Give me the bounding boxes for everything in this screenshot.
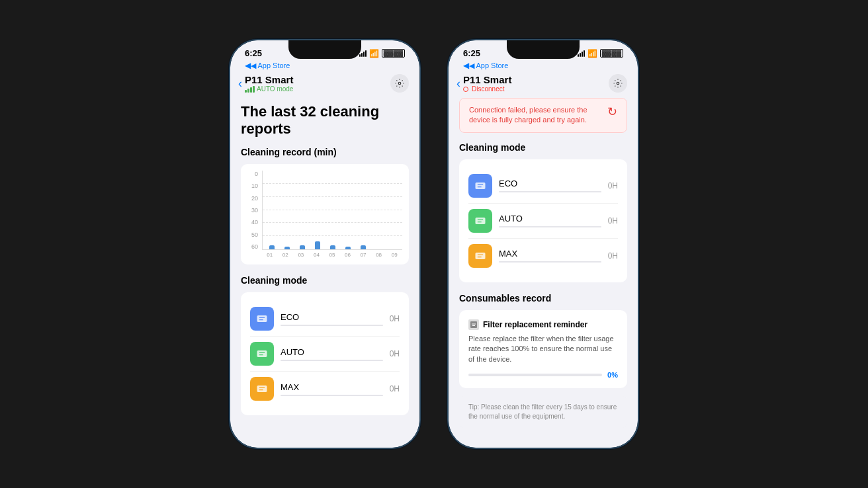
back-button-1[interactable]: ‹ bbox=[238, 77, 242, 89]
mode-auto-1: AUTO 0H bbox=[250, 337, 400, 372]
phone-2: 6:25 📶 ▓▓▓▓ ◀ ◀ App bbox=[447, 39, 639, 449]
nav-title-1: P11 Smart bbox=[245, 74, 293, 85]
page-title-1: The last 32 cleaning reports bbox=[241, 103, 409, 138]
nav-subtitle-text-2: Disconnect bbox=[472, 85, 504, 93]
bars-container-1 bbox=[263, 171, 402, 249]
mode-name-auto-1: AUTO bbox=[281, 347, 383, 357]
mode-max-2: MAX 0H bbox=[468, 239, 618, 273]
chart-section-1: Cleaning record (min) 60 50 40 30 20 10 bbox=[241, 147, 409, 264]
auto-mode-icon bbox=[245, 86, 255, 93]
svg-rect-1 bbox=[257, 315, 267, 322]
mode-progress-auto-2 bbox=[499, 226, 601, 227]
svg-rect-17 bbox=[476, 253, 486, 259]
nav-title-2: P11 Smart bbox=[463, 74, 511, 85]
bar-5 bbox=[330, 245, 335, 249]
status-bar-1: 6:25 📶 ▓▓▓▓ bbox=[230, 40, 419, 61]
app-store-link-2[interactable]: ◀ ◀ App Store bbox=[449, 61, 638, 70]
eco-icon-1 bbox=[255, 312, 269, 325]
signal-icon-2 bbox=[578, 50, 585, 57]
mode-progress-max-1 bbox=[281, 395, 383, 396]
mode-max-1: MAX 0H bbox=[250, 372, 400, 406]
settings-button-1[interactable] bbox=[390, 74, 409, 93]
nav-left-2: ‹ P11 Smart Disconnect bbox=[456, 74, 511, 93]
filter-icon bbox=[468, 319, 479, 330]
svg-rect-14 bbox=[476, 218, 486, 224]
mode-name-eco-1: ECO bbox=[281, 312, 383, 322]
eco-icon-2 bbox=[474, 179, 487, 192]
svg-point-10 bbox=[617, 82, 619, 85]
svg-rect-20 bbox=[470, 321, 477, 328]
max-icon-1 bbox=[255, 382, 269, 395]
cleaning-mode-title-2: Cleaning mode bbox=[459, 142, 627, 153]
filter-reminder: Filter replacement reminder bbox=[468, 319, 618, 330]
chart-container-1: 60 50 40 30 20 10 0 bbox=[241, 164, 409, 264]
filter-percent: 0% bbox=[607, 371, 618, 379]
phones-container: 6:25 📶 ▓▓▓▓ ◀ ◀ App bbox=[229, 39, 639, 449]
chart-area-1: 60 50 40 30 20 10 0 bbox=[247, 171, 402, 250]
mode-eco-1: ECO 0H bbox=[250, 302, 400, 337]
nav-subtitle-1: AUTO mode bbox=[245, 85, 293, 93]
disconnect-icon bbox=[463, 87, 468, 92]
status-icons-2: 📶 ▓▓▓▓ bbox=[578, 49, 623, 58]
filter-progress-container: 0% bbox=[468, 371, 618, 379]
nav-subtitle-text-1: AUTO mode bbox=[257, 85, 293, 93]
mode-info-max-2: MAX bbox=[499, 249, 601, 263]
mode-info-eco-1: ECO bbox=[281, 312, 383, 326]
nav-title-block-1: P11 Smart AUTO mode bbox=[245, 74, 293, 93]
wifi-icon-1: 📶 bbox=[369, 49, 379, 58]
mode-auto-2: AUTO 0H bbox=[468, 204, 618, 239]
auto-icon-1 bbox=[255, 347, 269, 360]
bar-3 bbox=[300, 245, 305, 249]
bar-4 bbox=[315, 241, 320, 249]
error-banner: Connection failed, please ensure the dev… bbox=[459, 98, 627, 133]
svg-point-0 bbox=[398, 82, 401, 85]
consumables-title: Consumables record bbox=[459, 293, 627, 304]
wifi-icon-2: 📶 bbox=[587, 49, 597, 58]
phone-2-screen: 6:25 📶 ▓▓▓▓ ◀ ◀ App bbox=[449, 40, 638, 448]
nav-left-1: ‹ P11 Smart AUTO mode bbox=[238, 74, 293, 93]
chart-grid-1 bbox=[262, 171, 402, 250]
settings-button-2[interactable] bbox=[609, 74, 627, 93]
phone-1: 6:25 📶 ▓▓▓▓ ◀ ◀ App bbox=[229, 39, 421, 449]
mode-time-eco-2: 0H bbox=[608, 181, 618, 190]
mode-name-eco-2: ECO bbox=[499, 179, 601, 188]
mode-info-auto-2: AUTO bbox=[499, 214, 601, 227]
mode-time-max-1: 0H bbox=[390, 384, 400, 393]
mode-time-eco-1: 0H bbox=[390, 314, 400, 323]
chart-section-title-1: Cleaning record (min) bbox=[241, 147, 409, 157]
mode-info-auto-1: AUTO bbox=[281, 347, 383, 361]
status-time-1: 6:25 bbox=[245, 48, 262, 58]
nav-subtitle-2: Disconnect bbox=[463, 85, 511, 93]
consumables-section: Filter replacement reminder Please repla… bbox=[459, 310, 627, 388]
battery-icon-1: ▓▓▓▓ bbox=[382, 49, 405, 58]
status-icons-1: 📶 ▓▓▓▓ bbox=[359, 49, 405, 58]
nav-bar-1: ‹ P11 Smart AUTO mode bbox=[230, 71, 419, 98]
cleaning-mode-title-1: Cleaning mode bbox=[241, 275, 409, 286]
mode-time-max-2: 0H bbox=[608, 251, 618, 261]
mode-info-eco-2: ECO bbox=[499, 179, 601, 192]
battery-icon-2: ▓▓▓▓ bbox=[600, 49, 623, 58]
refresh-button[interactable]: ↻ bbox=[607, 104, 617, 120]
back-button-2[interactable]: ‹ bbox=[456, 77, 460, 89]
mode-name-max-1: MAX bbox=[281, 382, 383, 392]
bar-6 bbox=[345, 247, 351, 249]
filter-desc: Please replace the filter when the filte… bbox=[468, 334, 618, 364]
x-axis-labels-1: 01 02 03 04 05 06 07 08 09 bbox=[247, 252, 402, 258]
filter-title: Filter replacement reminder bbox=[483, 320, 587, 329]
mode-icon-auto-2 bbox=[468, 209, 492, 233]
error-message: Connection failed, please ensure the dev… bbox=[469, 105, 602, 126]
filter-progress-bar bbox=[468, 374, 602, 376]
svg-rect-11 bbox=[476, 183, 486, 189]
mode-name-max-2: MAX bbox=[499, 249, 601, 259]
back-arrow-1: ◀ bbox=[245, 61, 251, 70]
mode-time-auto-2: 0H bbox=[608, 216, 618, 225]
app-store-link-1[interactable]: ◀ ◀ App Store bbox=[230, 61, 419, 70]
nav-title-block-2: P11 Smart Disconnect bbox=[463, 74, 511, 93]
bar-7 bbox=[361, 245, 366, 249]
status-bar-2: 6:25 📶 ▓▓▓▓ bbox=[449, 40, 638, 61]
tip-text: Tip: Please clean the filter every 15 da… bbox=[459, 396, 627, 428]
svg-rect-4 bbox=[257, 350, 267, 357]
mode-icon-eco-2 bbox=[468, 174, 492, 198]
mode-icon-auto-1 bbox=[250, 342, 274, 366]
signal-icon-1 bbox=[359, 50, 367, 57]
